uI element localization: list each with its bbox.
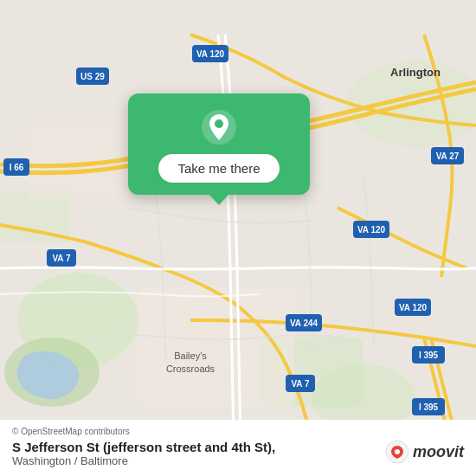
moovit-text: moovit xyxy=(413,443,464,461)
popup-card[interactable]: Take me there xyxy=(128,93,310,195)
svg-text:Arlington: Arlington xyxy=(390,66,441,79)
svg-text:VA 120: VA 120 xyxy=(399,303,428,312)
svg-text:VA 7: VA 7 xyxy=(291,379,310,389)
svg-text:VA 120: VA 120 xyxy=(357,225,386,235)
osm-credit: © OpenStreetMap contributors xyxy=(12,427,464,436)
svg-text:I 66: I 66 xyxy=(10,163,24,172)
svg-rect-7 xyxy=(138,286,294,407)
svg-point-37 xyxy=(395,449,400,454)
svg-text:I 395: I 395 xyxy=(419,402,439,412)
svg-text:VA 120: VA 120 xyxy=(196,49,225,59)
svg-text:US 29: US 29 xyxy=(80,72,105,81)
svg-text:Crossroads: Crossroads xyxy=(166,363,215,374)
moovit-logo: moovit xyxy=(385,440,464,464)
svg-text:VA 27: VA 27 xyxy=(436,151,460,161)
moovit-logo-icon xyxy=(385,440,409,464)
take-me-there-button[interactable]: Take me there xyxy=(158,154,279,183)
map-container: US 29 VA 120 Arlington VA 27 I 66 VA 7 V… xyxy=(0,0,476,476)
bottom-bar: © OpenStreetMap contributors S Jefferson… xyxy=(0,420,476,476)
svg-text:I 395: I 395 xyxy=(419,351,439,360)
map-svg: US 29 VA 120 Arlington VA 27 I 66 VA 7 V… xyxy=(0,0,476,476)
location-pin-icon xyxy=(201,109,237,145)
svg-text:VA 244: VA 244 xyxy=(290,318,318,328)
svg-text:Bailey's: Bailey's xyxy=(174,351,207,361)
svg-point-35 xyxy=(215,119,223,128)
svg-text:VA 7: VA 7 xyxy=(52,254,71,263)
